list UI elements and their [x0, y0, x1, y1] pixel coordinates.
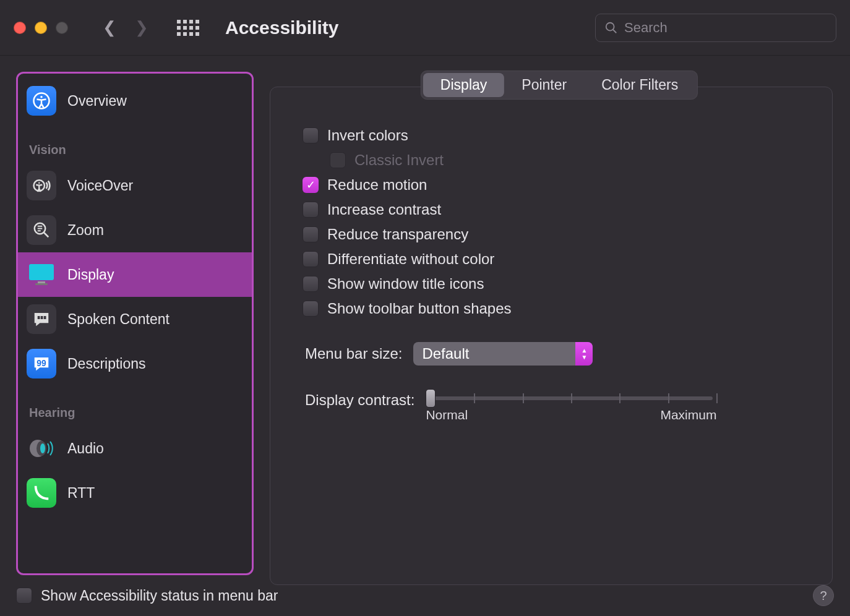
- sidebar-item-rtt[interactable]: RTT: [18, 471, 252, 508]
- svg-rect-8: [29, 264, 54, 280]
- slider-tick: [668, 393, 669, 403]
- search-field[interactable]: Search: [595, 14, 836, 42]
- sidebar-label: Zoom: [67, 222, 104, 239]
- sidebar-item-overview[interactable]: Overview: [18, 74, 252, 123]
- sidebar-item-zoom[interactable]: Zoom: [18, 208, 252, 252]
- svg-rect-9: [38, 281, 45, 283]
- sidebar-label: RTT: [67, 485, 95, 502]
- tab-bar: Display Pointer Color Filters: [421, 71, 698, 100]
- checkbox-diff-without-color[interactable]: Differentiate without color: [303, 247, 807, 272]
- slider-tick: [474, 393, 475, 403]
- search-icon: [604, 21, 618, 35]
- slider-max-label: Maximum: [660, 408, 716, 422]
- sidebar-label: Descriptions: [67, 356, 146, 372]
- nav-arrows: ❮ ❯: [103, 18, 148, 37]
- slider-tick: [523, 393, 524, 403]
- minimize-window-button[interactable]: [35, 22, 47, 34]
- voiceover-icon: [27, 171, 56, 200]
- svg-line-1: [613, 29, 617, 33]
- sidebar-item-spoken-content[interactable]: Spoken Content: [18, 297, 252, 341]
- checkbox-icon: [303, 202, 319, 218]
- back-button[interactable]: ❮: [103, 18, 116, 37]
- checkbox-label: Reduce motion: [327, 176, 427, 194]
- bottom-bar: Show Accessibility status in menu bar ?: [0, 575, 850, 616]
- checkbox-icon: [303, 301, 319, 317]
- checkbox-icon: [16, 588, 32, 604]
- svg-point-5: [38, 182, 40, 184]
- zoom-window-button[interactable]: [56, 22, 68, 34]
- svg-point-17: [40, 443, 45, 453]
- checkbox-classic-invert: Classic Invert: [330, 148, 807, 173]
- checkbox-show-accessibility-status[interactable]: Show Accessibility status in menu bar: [16, 584, 278, 608]
- spoken-content-icon: [27, 304, 56, 334]
- checkbox-increase-contrast[interactable]: Increase contrast: [303, 197, 807, 222]
- checkbox-label: Show window title icons: [327, 275, 484, 293]
- checkbox-reduce-motion[interactable]: ✓ Reduce motion: [303, 173, 807, 197]
- display-icon: [27, 260, 56, 289]
- rtt-icon: [27, 478, 56, 508]
- svg-rect-10: [35, 283, 48, 285]
- help-button[interactable]: ?: [813, 585, 834, 606]
- svg-rect-13: [44, 316, 46, 319]
- slider-tick: [716, 393, 718, 403]
- descriptions-icon: 99: [27, 349, 56, 379]
- sidebar: Overview Vision VoiceOver Zoom Display: [16, 72, 254, 575]
- checkbox-show-toolbar-shapes[interactable]: Show toolbar button shapes: [303, 296, 807, 321]
- sidebar-label: Audio: [67, 440, 104, 457]
- checkbox-icon: [303, 226, 319, 242]
- checkbox-icon: [303, 251, 319, 267]
- tab-display[interactable]: Display: [423, 73, 504, 97]
- checkbox-label: Reduce transparency: [327, 226, 468, 243]
- checkbox-label: Classic Invert: [354, 152, 444, 169]
- menu-bar-size-select[interactable]: Default ▲▼: [413, 342, 593, 366]
- zoom-icon: [27, 215, 56, 245]
- slider-tick: [571, 393, 572, 403]
- menu-bar-size-label: Menu bar size:: [305, 345, 402, 362]
- checkbox-reduce-transparency[interactable]: Reduce transparency: [303, 222, 807, 247]
- svg-line-7: [44, 233, 49, 237]
- sidebar-label: Display: [67, 267, 114, 283]
- sidebar-item-descriptions[interactable]: 99 Descriptions: [18, 341, 252, 386]
- svg-rect-11: [38, 316, 40, 319]
- slider-tick: [619, 393, 620, 403]
- checkbox-icon: [330, 152, 346, 168]
- slider-min-label: Normal: [426, 408, 468, 422]
- forward-button: ❯: [135, 18, 148, 37]
- checkbox-label: Invert colors: [327, 127, 408, 144]
- checkbox-label: Increase contrast: [327, 201, 441, 218]
- menu-bar-size-value: Default: [422, 345, 469, 362]
- display-settings-panel: Invert colors Classic Invert ✓ Reduce mo…: [270, 87, 833, 585]
- window-controls: [14, 22, 68, 34]
- checkbox-invert-colors[interactable]: Invert colors: [303, 123, 807, 148]
- accessibility-icon: [27, 86, 56, 116]
- tab-color-filters[interactable]: Color Filters: [584, 73, 695, 97]
- tab-pointer[interactable]: Pointer: [504, 73, 584, 97]
- sidebar-heading-hearing: Hearing: [18, 386, 252, 426]
- checkbox-show-title-icons[interactable]: Show window title icons: [303, 272, 807, 296]
- audio-icon: [27, 434, 56, 463]
- display-contrast-label: Display contrast:: [305, 391, 414, 409]
- main-panel: Display Pointer Color Filters Invert col…: [270, 72, 849, 575]
- sidebar-label: VoiceOver: [67, 178, 133, 194]
- sidebar-label: Overview: [67, 93, 127, 109]
- sidebar-item-display[interactable]: Display: [18, 252, 252, 297]
- search-placeholder: Search: [624, 20, 668, 36]
- checkbox-checked-icon: ✓: [303, 177, 319, 193]
- show-all-prefs-button[interactable]: [177, 20, 199, 36]
- svg-point-3: [40, 96, 43, 98]
- sidebar-heading-vision: Vision: [18, 123, 252, 163]
- sidebar-item-audio[interactable]: Audio: [18, 426, 252, 471]
- svg-text:99: 99: [36, 359, 46, 368]
- close-window-button[interactable]: [14, 22, 26, 34]
- window-title: Accessibility: [225, 17, 585, 38]
- checkbox-icon: [303, 276, 319, 292]
- svg-point-0: [606, 22, 614, 30]
- titlebar: ❮ ❯ Accessibility Search: [0, 0, 850, 56]
- sidebar-item-voiceover[interactable]: VoiceOver: [18, 163, 252, 208]
- select-stepper-icon: ▲▼: [575, 342, 593, 366]
- checkbox-icon: [303, 127, 319, 143]
- checkbox-label: Show Accessibility status in menu bar: [41, 588, 278, 604]
- checkbox-label: Show toolbar button shapes: [327, 300, 512, 317]
- slider-knob[interactable]: [426, 389, 436, 408]
- display-contrast-slider[interactable]: [426, 391, 716, 405]
